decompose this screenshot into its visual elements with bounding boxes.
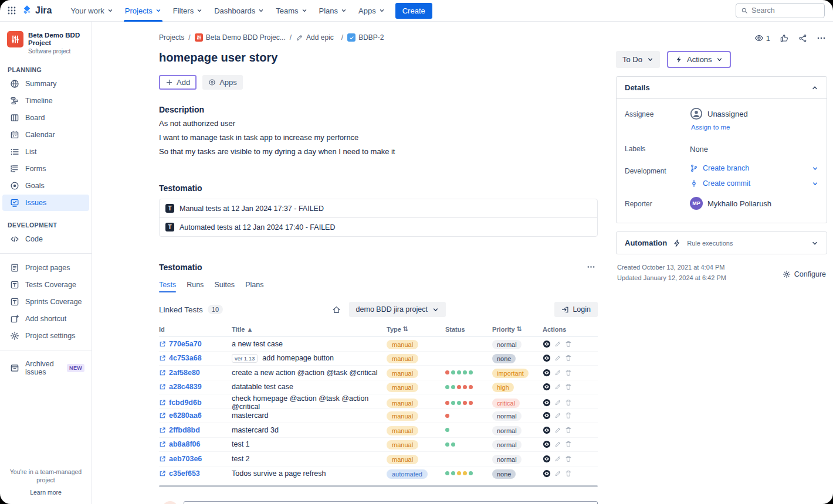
- description-body[interactable]: As not authorized userI want to manage t…: [159, 119, 598, 156]
- status-dropdown[interactable]: To Do: [616, 51, 660, 68]
- nav-item-projects[interactable]: Projects: [119, 0, 167, 22]
- view-test-button[interactable]: [543, 469, 551, 478]
- view-test-button[interactable]: [543, 455, 551, 463]
- view-test-button[interactable]: [543, 383, 551, 391]
- assignee-value[interactable]: Unassigned: [690, 107, 748, 120]
- create-button[interactable]: Create: [395, 3, 432, 19]
- create-branch-link[interactable]: Create branch: [690, 164, 818, 172]
- edit-test-button[interactable]: [554, 355, 561, 362]
- edit-test-button[interactable]: [554, 340, 561, 348]
- sidebar-item-summary[interactable]: Summary: [2, 76, 89, 92]
- edit-test-button[interactable]: [554, 441, 561, 448]
- configure-button[interactable]: Configure: [783, 264, 826, 285]
- chevron-down-icon[interactable]: [812, 181, 818, 187]
- breadcrumb-project[interactable]: Beta Demo BDD Projec...: [195, 33, 286, 42]
- test-id-link[interactable]: 770e5a70: [159, 340, 232, 348]
- test-id-link[interactable]: 2af58e80: [159, 369, 232, 377]
- sidebar-item-issues[interactable]: Issues: [2, 195, 89, 211]
- col-id[interactable]: Id: [159, 326, 232, 333]
- tab-tests[interactable]: Tests: [159, 281, 176, 292]
- learn-more-link[interactable]: Learn more: [30, 489, 62, 496]
- sidebar-item-archived-issues[interactable]: Archived issues NEW: [2, 356, 89, 380]
- nav-item-filters[interactable]: Filters: [167, 0, 208, 22]
- issue-title[interactable]: homepage user story: [159, 51, 598, 64]
- sidebar-item-goals[interactable]: Goals: [2, 178, 89, 194]
- share-button[interactable]: [798, 34, 807, 43]
- home-icon[interactable]: [332, 305, 341, 314]
- edit-test-button[interactable]: [554, 383, 561, 390]
- table-horizontal-scrollbar[interactable]: [159, 485, 598, 487]
- delete-test-button[interactable]: [565, 340, 572, 348]
- delete-test-button[interactable]: [565, 383, 572, 390]
- test-run-result[interactable]: T Manual tests at 12 Jan 2024 17:37 - FA…: [160, 199, 597, 217]
- labels-value[interactable]: None: [690, 142, 708, 154]
- nav-item-plans[interactable]: Plans: [313, 0, 353, 22]
- nav-item-teams[interactable]: Teams: [270, 0, 313, 22]
- breadcrumb-issue-key[interactable]: BDBP-2: [347, 33, 384, 42]
- tab-plans[interactable]: Plans: [245, 281, 263, 292]
- delete-test-button[interactable]: [565, 441, 572, 448]
- sidebar-item-board[interactable]: Board: [2, 110, 89, 126]
- sidebar-item-sprints-coverage[interactable]: Sprints Coverage: [2, 294, 89, 310]
- sidebar-item-add-shortcut[interactable]: Add shortcut: [2, 311, 89, 327]
- test-id-link[interactable]: ab8a8f06: [159, 440, 232, 448]
- tab-runs[interactable]: Runs: [187, 281, 204, 292]
- search-box[interactable]: [736, 3, 825, 18]
- sidebar-item-code[interactable]: Code: [2, 231, 89, 247]
- sidebar-item-timeline[interactable]: Timeline: [2, 93, 89, 109]
- breadcrumb-projects[interactable]: Projects: [159, 33, 184, 42]
- view-test-button[interactable]: [543, 411, 551, 420]
- test-id-link[interactable]: 2ffbd8bd: [159, 426, 232, 434]
- user-avatar[interactable]: 😍: [162, 501, 178, 504]
- nav-item-apps[interactable]: Apps: [353, 0, 391, 22]
- panel-more-icon[interactable]: [584, 261, 598, 273]
- comment-box[interactable]: Add a comment... 🎉 Looks good! 👋 Need he…: [184, 501, 598, 504]
- app-switcher-icon[interactable]: [7, 6, 16, 15]
- watchers-button[interactable]: 1: [754, 33, 770, 43]
- nav-item-dashboards[interactable]: Dashboards: [208, 0, 270, 22]
- test-id-link[interactable]: a28c4839: [159, 383, 232, 391]
- edit-test-button[interactable]: [554, 427, 561, 434]
- col-type[interactable]: Type⇅: [387, 325, 445, 333]
- test-id-link[interactable]: 4c753a68: [159, 354, 232, 362]
- add-button[interactable]: Add: [159, 75, 197, 90]
- reporter-value[interactable]: MP Mykhailo Poliarush: [690, 197, 771, 210]
- view-test-button[interactable]: [543, 354, 551, 362]
- project-header[interactable]: Beta Demo BDD Project Software project: [0, 31, 92, 56]
- sidebar-item-tests-coverage[interactable]: Tests Coverage: [2, 277, 89, 293]
- sidebar-item-list[interactable]: List: [2, 144, 89, 160]
- edit-test-button[interactable]: [554, 369, 561, 376]
- jira-logo[interactable]: Jira: [21, 5, 52, 16]
- sidebar-item-forms[interactable]: Forms: [2, 161, 89, 177]
- edit-test-button[interactable]: [554, 412, 561, 419]
- like-button[interactable]: [780, 33, 789, 43]
- sidebar-item-calendar[interactable]: Calendar: [2, 127, 89, 143]
- delete-test-button[interactable]: [565, 355, 572, 362]
- test-run-result[interactable]: T Automated tests at 12 Jan 2024 17:40 -…: [160, 217, 597, 236]
- sidebar-item-project-pages[interactable]: Project pages: [2, 260, 89, 276]
- sidebar-item-project-settings[interactable]: Project settings: [2, 328, 89, 344]
- assign-to-me-link[interactable]: Assign to me: [691, 124, 730, 131]
- delete-test-button[interactable]: [565, 412, 572, 419]
- col-status[interactable]: Status: [445, 326, 492, 333]
- automation-panel[interactable]: Automation Rule executions: [616, 231, 827, 254]
- delete-test-button[interactable]: [565, 427, 572, 434]
- edit-test-button[interactable]: [554, 399, 561, 406]
- details-panel-header[interactable]: Details: [617, 77, 827, 99]
- test-id-link[interactable]: e6280aa6: [159, 411, 232, 420]
- breadcrumb-add-epic[interactable]: Add epic: [296, 33, 334, 42]
- delete-test-button[interactable]: [565, 369, 572, 376]
- tab-suites[interactable]: Suites: [214, 281, 235, 292]
- delete-test-button[interactable]: [565, 470, 572, 477]
- apps-button[interactable]: Apps: [202, 75, 243, 90]
- view-test-button[interactable]: [543, 399, 551, 407]
- more-actions-button[interactable]: [817, 33, 826, 43]
- delete-test-button[interactable]: [565, 399, 572, 406]
- chevron-down-icon[interactable]: [812, 165, 818, 172]
- search-input[interactable]: [751, 6, 820, 15]
- view-test-button[interactable]: [543, 340, 551, 348]
- edit-test-button[interactable]: [554, 455, 561, 462]
- view-test-button[interactable]: [543, 426, 551, 434]
- delete-test-button[interactable]: [565, 455, 572, 462]
- nav-item-your-work[interactable]: Your work: [65, 0, 118, 22]
